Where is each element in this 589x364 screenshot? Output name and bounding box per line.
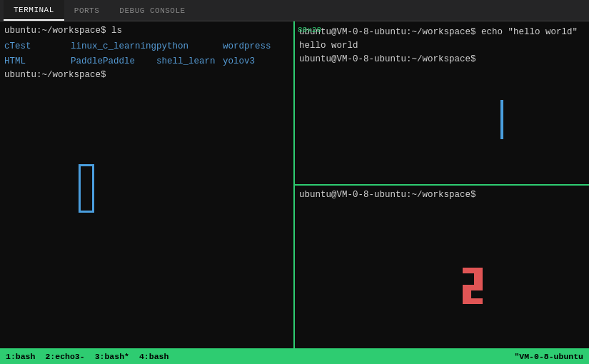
blue-cursor-rectangle [79,164,94,213]
status-bash-3[interactable]: 3:bash* [95,352,129,361]
echo-command-line: ubuntu@VM-0-8-ubuntu:~/workspace$ echo "… [299,26,585,39]
blue-bar-cursor [500,100,503,139]
file-ctest: cTest [4,39,71,54]
file-linux-c-learning: linux_c_learning [71,39,156,54]
echo-output-line: hello world [299,39,585,53]
right-top-pane[interactable]: 80x28 ubuntu@VM-0-8-ubuntu:~/workspace$ … [295,21,589,186]
svg-rect-1 [474,273,483,285]
file-paddlepaddle: PaddlePaddle [71,54,156,69]
tab-bar: TERMINAL PORTS DEBUG CONSOLE [0,0,589,21]
left-terminal-content[interactable]: ubuntu:~/workspace$ ls cTest linux_c_lea… [0,21,293,348]
status-echo3[interactable]: 2:echo3- [45,352,84,361]
svg-rect-4 [463,298,483,304]
right-bottom-prompt: ubuntu@VM-0-8-ubuntu:~/workspace$ [299,188,585,202]
size-indicator: 80x28 [298,24,321,36]
file-shell-learn: shell_learn [156,54,223,69]
svg-rect-2 [463,285,483,290]
left-pane[interactable]: ubuntu:~/workspace$ ls cTest linux_c_lea… [0,21,295,348]
right-top-prompt: ubuntu@VM-0-8-ubuntu:~/workspace$ [299,53,585,66]
right-bottom-pane[interactable]: ubuntu@VM-0-8-ubuntu:~/workspace$ [295,186,589,348]
status-bash-1[interactable]: 1:bash [6,352,35,361]
left-prompt-1: ubuntu:~/workspace$ ls [4,24,289,38]
right-pane: 80x28 ubuntu@VM-0-8-ubuntu:~/workspace$ … [295,21,589,348]
terminal-container: ubuntu:~/workspace$ ls cTest linux_c_lea… [0,21,589,348]
left-prompt-2: ubuntu:~/workspace$ [4,69,289,82]
status-bash-4[interactable]: 4:bash [139,352,168,361]
file-listing: cTest linux_c_learning python wordpress … [4,39,289,69]
tab-terminal[interactable]: TERMINAL [4,0,64,21]
red-cursor-shape [460,266,485,305]
right-top-content: ubuntu@VM-0-8-ubuntu:~/workspace$ echo "… [299,26,585,66]
file-wordpress: wordpress [223,39,289,54]
svg-rect-0 [463,268,483,273]
status-bar: 1:bash 2:echo3- 3:bash* 4:bash "VM-0-8-u… [0,348,589,364]
status-right: "VM-0-8-ubuntu [514,352,583,361]
tab-ports[interactable]: PORTS [64,0,110,21]
file-python: python [156,39,223,54]
file-html: HTML [4,54,71,69]
tab-debug-console[interactable]: DEBUG CONSOLE [109,0,195,21]
file-yolov3: yolov3 [223,54,289,69]
status-left: 1:bash 2:echo3- 3:bash* 4:bash [6,352,168,361]
